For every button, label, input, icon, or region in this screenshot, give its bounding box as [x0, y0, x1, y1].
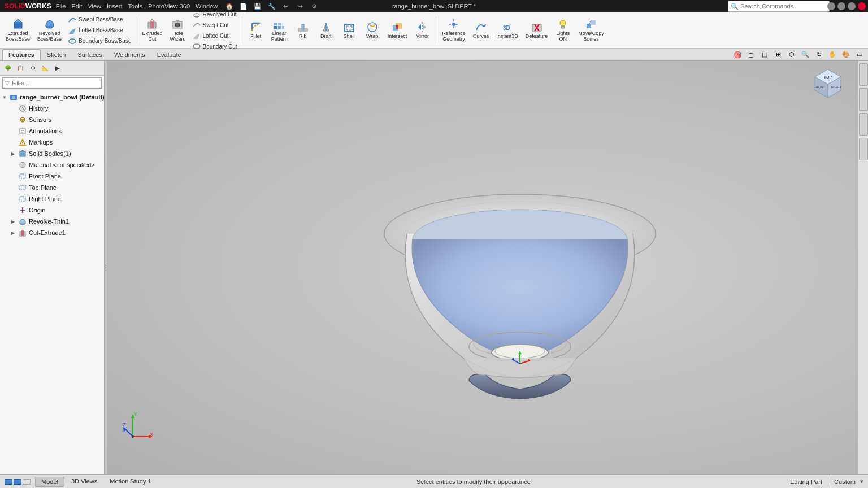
fm-feature-tree-btn[interactable]: 🌳 — [2, 63, 14, 74]
close-btn[interactable] — [858, 2, 866, 10]
view-section-btn[interactable]: ⊞ — [772, 49, 784, 61]
tab-evaluate[interactable]: Evaluate — [151, 50, 187, 60]
view-hidden-btn[interactable]: ◫ — [758, 49, 771, 61]
linear-pattern-btn[interactable]: LinearPattern — [268, 16, 291, 45]
quick-save-btn[interactable]: 💾 — [251, 0, 264, 12]
material-expand — [11, 163, 18, 168]
fm-config-manager-btn[interactable]: ⚙ — [27, 63, 38, 74]
tree-item-cut-extrude1[interactable]: ▶ Cut-Extrude1 — [0, 227, 104, 238]
svg-rect-20 — [278, 23, 281, 25]
boundary-cut-btn[interactable]: Boundary Cut — [190, 41, 240, 51]
tab-surfaces[interactable]: Surfaces — [72, 50, 108, 60]
menu-edit[interactable]: Edit — [71, 3, 82, 10]
tree-item-annotations[interactable]: Annotations — [0, 125, 104, 137]
fillet-btn[interactable]: Fillet — [245, 16, 267, 45]
defeature-btn[interactable]: Defeature — [522, 16, 552, 45]
rp-appearance-btn[interactable] — [859, 63, 868, 86]
fm-right-arrow-btn[interactable]: ▶ — [52, 63, 63, 74]
view-pan-btn[interactable]: ✋ — [826, 49, 839, 61]
statusbar-right: Editing Part Custom ▾ — [790, 477, 863, 486]
quick-undo-btn[interactable]: ↩ — [280, 0, 292, 12]
draft-btn[interactable]: Draft — [315, 16, 337, 45]
right-plane-label: Right Plane — [29, 195, 61, 202]
revolved-cut-btn[interactable]: Revolved Cut — [190, 9, 240, 19]
svg-text:RIGHT: RIGHT — [831, 85, 842, 89]
revolved-bossbase-label: RevolvedBoss/Base — [37, 31, 62, 42]
tree-item-front-plane[interactable]: Front Plane — [0, 171, 104, 182]
motion-study-tab[interactable]: Motion Study 1 — [104, 477, 157, 487]
curves-btn[interactable]: Curves — [470, 16, 493, 45]
tree-item-right-plane[interactable]: Right Plane — [0, 193, 104, 204]
minimize-btn[interactable] — [827, 2, 835, 10]
statusbar-divider — [828, 477, 828, 486]
svg-point-64 — [21, 163, 23, 165]
rp-scene-btn[interactable] — [859, 138, 868, 160]
hole-wizard-btn[interactable]: HoleWizard — [166, 16, 189, 45]
status-message: Select entities to modify their appearan… — [157, 478, 791, 485]
tree-item-revolve-thin1[interactable]: ▶ Revolve-Thin1 — [0, 216, 104, 227]
menu-file[interactable]: File — [56, 3, 66, 10]
model-tab[interactable]: Model — [35, 477, 64, 487]
rib-btn[interactable]: Rib — [292, 16, 314, 45]
intersect-btn[interactable]: Intersect — [384, 16, 411, 45]
instant3d-btn[interactable]: 3D Instant3D — [493, 16, 522, 45]
boundary-bossbase-btn[interactable]: Boundary Boss/Base — [66, 36, 133, 46]
quick-redo-btn[interactable]: ↪ — [294, 0, 306, 12]
tab-features[interactable]: Features — [2, 49, 41, 60]
mirror-btn[interactable]: Mirror — [411, 16, 433, 45]
fm-property-manager-btn[interactable]: 📋 — [15, 63, 26, 74]
tree-item-markups[interactable]: Markups — [0, 137, 104, 148]
search-input[interactable] — [740, 3, 819, 10]
statusbar-dropdown-btn[interactable]: ▾ — [860, 478, 863, 485]
swept-cut-btn[interactable]: Swept Cut — [190, 20, 240, 30]
tree-item-material[interactable]: Material <not specified> — [0, 159, 104, 171]
wrap-btn[interactable]: Wrap — [361, 16, 384, 45]
tree-item-origin[interactable]: Origin — [0, 204, 104, 216]
lofted-bossbase-btn[interactable]: Lofted Boss/Base — [66, 25, 133, 36]
swept-bossbase-btn[interactable]: Swept Boss/Base — [66, 15, 133, 25]
tree-item-sensors[interactable]: Sensors — [0, 114, 104, 125]
3d-viewport[interactable]: Y X Z TOP — [107, 61, 858, 474]
tab-weldments[interactable]: Weldments — [108, 50, 151, 60]
revolved-bossbase-btn[interactable]: RevolvedBoss/Base — [34, 16, 65, 45]
quick-print-btn[interactable]: 🔧 — [266, 0, 278, 12]
rp-selection-btn[interactable] — [859, 113, 868, 136]
quick-settings-btn[interactable]: ⚙ — [308, 0, 320, 12]
fm-filter-input[interactable] — [12, 80, 99, 86]
menu-insert[interactable]: Insert — [107, 3, 123, 10]
right-plane-icon — [18, 194, 27, 203]
tree-item-top-plane[interactable]: Top Plane — [0, 182, 104, 193]
maximize-btn[interactable] — [837, 2, 845, 10]
fm-dim-expert-btn[interactable]: 📐 — [40, 63, 51, 74]
command-search[interactable]: 🔍 — [728, 1, 830, 12]
reference-geometry-btn[interactable]: ReferenceGeometry — [439, 16, 469, 45]
lofted-cut-btn[interactable]: Lofted Cut — [190, 30, 240, 41]
extruded-cut-btn[interactable]: ExtrudedCut — [138, 16, 166, 45]
tab-sketch[interactable]: Sketch — [41, 50, 72, 60]
view-orientation-btn[interactable]: 🎯 — [731, 49, 744, 61]
view-zoom-btn[interactable]: 🔍 — [799, 49, 811, 61]
filter-icon: ▽ — [5, 80, 10, 86]
view-cube[interactable]: TOP RIGHT FRONT — [810, 67, 844, 101]
main-toolbar: ExtrudedBoss/Base RevolvedBoss/Base Swep… — [0, 12, 868, 49]
view-appearance-btn[interactable]: 🎨 — [840, 49, 852, 61]
view-rotate-btn[interactable]: ↻ — [813, 49, 825, 61]
menu-view[interactable]: View — [88, 3, 101, 10]
tree-root[interactable]: ▼ range_burner_bowl (Default) <<Default> — [0, 91, 104, 103]
rp-display-manager-btn[interactable] — [859, 88, 868, 111]
shell-btn[interactable]: Shell — [338, 16, 361, 45]
svg-rect-2 — [16, 24, 20, 28]
menu-photoview[interactable]: PhotoView 360 — [148, 3, 190, 10]
tree-item-history[interactable]: History — [0, 103, 104, 114]
svg-line-45 — [567, 20, 567, 20]
view-more-btn[interactable]: ▭ — [853, 49, 866, 61]
view-display-btn[interactable]: ◻ — [745, 49, 757, 61]
3d-views-tab[interactable]: 3D Views — [66, 477, 103, 487]
extruded-bossbase-btn[interactable]: ExtrudedBoss/Base — [2, 16, 33, 45]
move-copy-bodies-btn[interactable]: Move/CopyBodies — [575, 16, 607, 45]
tree-item-solid-bodies[interactable]: ▶ Solid Bodies(1) — [0, 148, 104, 159]
view-perspective-btn[interactable]: ⬡ — [785, 49, 798, 61]
menu-tools[interactable]: Tools — [128, 3, 143, 10]
lights-btn[interactable]: LightsON — [552, 16, 574, 45]
restore-btn[interactable] — [848, 2, 856, 10]
